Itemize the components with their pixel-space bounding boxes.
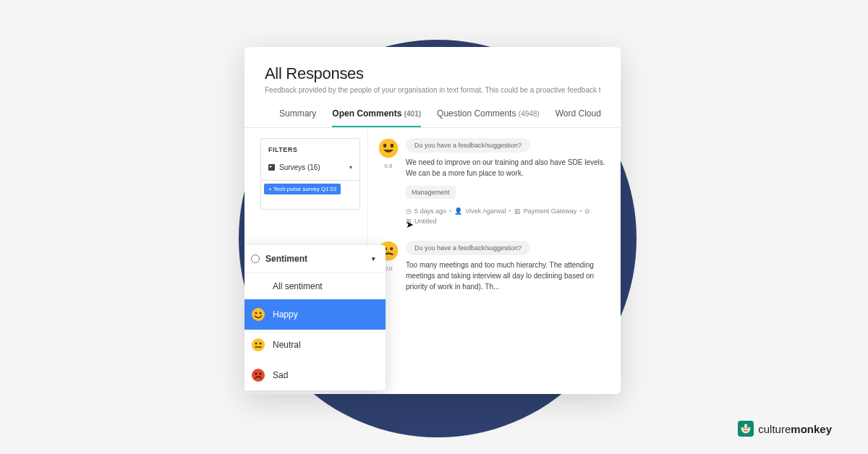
tab-question-comments-label: Question Comments <box>437 108 516 119</box>
comment-text: Too many meetings and too much hierarchy… <box>406 260 615 292</box>
sentiment-option-neutral[interactable]: Neutral <box>244 330 386 360</box>
comment-row: 0.8 Do you have a feedback/suggestion? W… <box>378 138 615 225</box>
brand-name-pre: culture <box>758 423 791 435</box>
svg-point-19 <box>744 427 745 429</box>
svg-point-3 <box>252 338 265 351</box>
happy-face-icon <box>378 138 399 158</box>
svg-point-15 <box>390 247 393 250</box>
svg-point-11 <box>383 144 386 148</box>
sentiment-dropdown: Sentiment ▾ All sentiment Happy <box>244 245 386 390</box>
mouse-cursor-icon: ➤ <box>406 219 414 230</box>
svg-point-7 <box>252 369 265 382</box>
sad-face-icon <box>251 368 265 382</box>
brand-name-bold: monkey <box>791 423 832 435</box>
page-title: All Responses <box>265 64 600 83</box>
comments-list: 0.8 Do you have a feedback/suggestion? W… <box>367 128 621 378</box>
tab-word-cloud[interactable]: Word Cloud <box>556 108 601 127</box>
sentiment-option-sad[interactable]: Sad <box>244 360 386 390</box>
svg-point-12 <box>391 144 393 148</box>
user-icon: 👤 <box>454 207 462 215</box>
sentiment-neutral-label: Neutral <box>273 340 301 350</box>
tab-open-comments-label: Open Comments <box>332 108 401 119</box>
filter-surveys-label: Surveys (16) <box>279 163 320 171</box>
tab-open-comments[interactable]: Open Comments (401) <box>332 108 421 127</box>
filter-surveys[interactable]: Surveys (16) ▾ <box>268 160 352 174</box>
sentiment-dropdown-header[interactable]: Sentiment ▾ <box>244 245 386 273</box>
happy-face-icon <box>251 307 265 322</box>
svg-point-2 <box>260 312 262 314</box>
meta-survey: Untitled <box>414 218 437 225</box>
tab-summary[interactable]: Summary <box>279 108 316 127</box>
sentiment-icon <box>251 254 260 263</box>
meta-time: 5 days ago <box>414 207 446 215</box>
chevron-down-icon: ▾ <box>372 255 375 262</box>
page-subtitle: Feedback provided by the people of your … <box>265 86 600 94</box>
comment-row: 0.0 Do you have a feedback/suggestion? T… <box>378 241 615 292</box>
sentiment-all-label: All sentiment <box>273 281 323 291</box>
tab-question-comments-count: (4948) <box>519 110 540 118</box>
svg-point-17 <box>741 424 745 428</box>
neutral-face-icon <box>251 338 265 352</box>
svg-point-0 <box>252 308 265 321</box>
svg-point-5 <box>260 343 262 345</box>
sentiment-happy-label: Happy <box>273 309 298 320</box>
meta-dept: Payment Gateway <box>524 207 577 215</box>
clock-icon: ◷ <box>406 207 412 215</box>
anon-icon: ⊝ <box>584 207 590 215</box>
responses-window: All Responses Feedback provided by the p… <box>244 47 621 394</box>
tab-question-comments[interactable]: Question Comments (4948) <box>437 108 540 127</box>
chevron-down-icon: ▾ <box>349 164 352 171</box>
tabs: Summary Open Comments (401) Question Com… <box>244 98 621 128</box>
comment-text: We need to improve on our training and a… <box>406 157 615 179</box>
sentiment-option-all[interactable]: All sentiment <box>244 273 386 299</box>
comment-meta: ◷ 5 days ago • 👤 Vivek Agarwal • ▥ Payme… <box>406 207 615 215</box>
building-icon: ▥ <box>514 207 521 215</box>
svg-point-10 <box>379 139 399 158</box>
brand-logo: culturemonkey <box>738 421 832 437</box>
question-pill: Do you have a feedback/suggestion? <box>406 241 530 255</box>
filters-title: FILTERS <box>268 146 352 153</box>
svg-point-1 <box>255 312 258 314</box>
comment-tag[interactable]: Management <box>406 186 456 199</box>
svg-point-18 <box>747 424 751 428</box>
sentiment-option-happy[interactable]: Happy <box>244 299 386 330</box>
tab-open-comments-count: (401) <box>404 110 421 118</box>
svg-point-9 <box>260 373 262 375</box>
filters-sidebar: FILTERS Surveys (16) ▾ × Tech pulse surv… <box>244 128 360 378</box>
filter-chips-area: × Tech pulse survey Q1'22 <box>260 181 360 210</box>
svg-point-8 <box>255 373 258 375</box>
svg-point-20 <box>746 427 748 429</box>
monkey-icon <box>738 421 754 437</box>
filter-chip-tech-pulse[interactable]: × Tech pulse survey Q1'22 <box>264 184 341 194</box>
sentiment-score: 0.8 <box>378 163 399 169</box>
sentiment-header-label: Sentiment <box>265 254 307 264</box>
svg-point-4 <box>255 343 258 345</box>
sentiment-sad-label: Sad <box>273 370 288 380</box>
question-pill: Do you have a feedback/suggestion? <box>406 138 530 153</box>
surveys-icon <box>268 164 275 171</box>
meta-user: Vivek Agarwal <box>465 207 506 215</box>
